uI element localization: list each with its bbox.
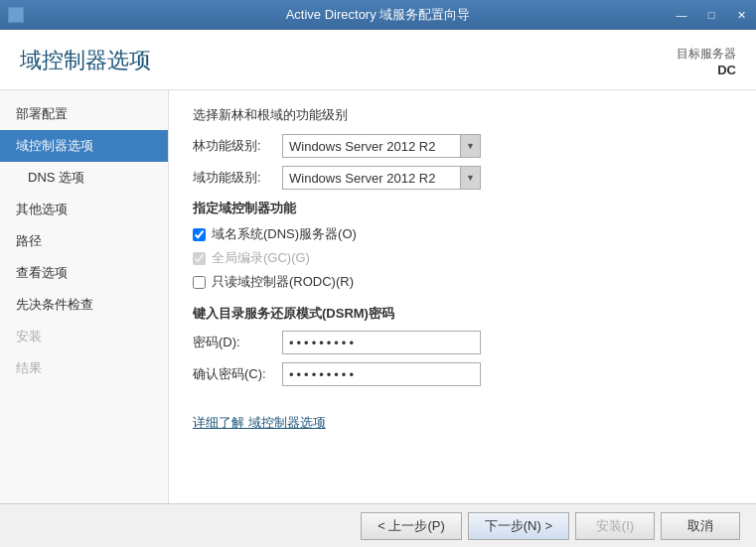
target-server-label: 目标服务器 <box>677 46 736 63</box>
dns-checkbox-row: 域名系统(DNS)服务器(O) <box>193 225 732 243</box>
password-input[interactable] <box>282 331 481 354</box>
domain-level-label: 域功能级别: <box>193 169 282 187</box>
gc-checkbox <box>193 252 206 265</box>
target-server-name: DC <box>677 63 736 77</box>
sidebar-item-results: 结果 <box>0 352 168 384</box>
gc-checkbox-label: 全局编录(GC)(G) <box>212 249 310 267</box>
confirm-password-label: 确认密码(C): <box>193 365 282 383</box>
rodc-checkbox-label[interactable]: 只读域控制器(RODC)(R) <box>212 273 354 291</box>
close-button[interactable]: ✕ <box>726 0 756 30</box>
dc-capabilities-label: 指定域控制器功能 <box>193 200 732 217</box>
window-controls: — □ ✕ <box>667 0 756 30</box>
sidebar-item-dns-options[interactable]: DNS 选项 <box>0 162 168 194</box>
forest-level-dropdown[interactable]: Windows Server 2012 R2 ▼ <box>282 134 481 158</box>
install-button: 安装(I) <box>575 512 655 540</box>
domain-level-dropdown[interactable]: Windows Server 2012 R2 ▼ <box>282 166 481 190</box>
domain-level-arrow-icon[interactable]: ▼ <box>460 167 480 189</box>
dns-checkbox[interactable] <box>193 228 206 241</box>
forest-level-arrow-icon[interactable]: ▼ <box>460 135 480 157</box>
forest-level-row: 林功能级别: Windows Server 2012 R2 ▼ <box>193 134 732 158</box>
sidebar-item-review[interactable]: 查看选项 <box>0 257 168 289</box>
minimize-button[interactable]: — <box>667 0 696 30</box>
window-header: 域控制器选项 目标服务器 DC <box>0 30 756 90</box>
confirm-password-input[interactable] <box>282 362 481 386</box>
sidebar-item-other-options[interactable]: 其他选项 <box>0 194 168 225</box>
titlebar-title: Active Directory 域服务配置向导 <box>286 6 471 24</box>
dsrm-section-label: 键入目录服务还原模式(DSRM)密码 <box>193 305 732 323</box>
sidebar: 部署配置 域控制器选项 DNS 选项 其他选项 路径 查看选项 先决条件检查 安… <box>0 90 169 503</box>
sidebar-item-deployment[interactable]: 部署配置 <box>0 98 168 130</box>
dns-checkbox-label[interactable]: 域名系统(DNS)服务器(O) <box>212 225 357 243</box>
forest-level-value: Windows Server 2012 R2 <box>283 137 460 156</box>
password-label: 密码(D): <box>193 334 282 351</box>
functional-level-section-title: 选择新林和根域的功能级别 <box>193 106 732 124</box>
gc-checkbox-row: 全局编录(GC)(G) <box>193 249 732 267</box>
app-icon <box>8 7 24 23</box>
sidebar-item-prereq[interactable]: 先决条件检查 <box>0 289 168 321</box>
cancel-button[interactable]: 取消 <box>661 512 740 540</box>
titlebar: Active Directory 域服务配置向导 — □ ✕ <box>0 0 756 30</box>
main-content: 选择新林和根域的功能级别 林功能级别: Windows Server 2012 … <box>169 90 756 503</box>
page-title: 域控制器选项 <box>20 46 151 75</box>
confirm-password-row: 确认密码(C): <box>193 362 732 386</box>
sidebar-item-install: 安装 <box>0 321 168 352</box>
rodc-checkbox-row: 只读域控制器(RODC)(R) <box>193 273 732 291</box>
content-area: 部署配置 域控制器选项 DNS 选项 其他选项 路径 查看选项 先决条件检查 安… <box>0 90 756 503</box>
next-button[interactable]: 下一步(N) > <box>468 512 569 540</box>
forest-level-label: 林功能级别: <box>193 137 282 155</box>
domain-level-row: 域功能级别: Windows Server 2012 R2 ▼ <box>193 166 732 190</box>
sidebar-item-dc-options[interactable]: 域控制器选项 <box>0 130 168 162</box>
password-row: 密码(D): <box>193 331 732 354</box>
back-button[interactable]: < 上一步(P) <box>361 512 462 540</box>
target-server-info: 目标服务器 DC <box>677 46 736 77</box>
rodc-checkbox[interactable] <box>193 276 206 289</box>
button-bar: < 上一步(P) 下一步(N) > 安装(I) 取消 <box>0 503 756 547</box>
sidebar-item-paths[interactable]: 路径 <box>0 225 168 257</box>
restore-button[interactable]: □ <box>696 0 726 30</box>
main-window: 域控制器选项 目标服务器 DC 部署配置 域控制器选项 DNS 选项 其他选项 … <box>0 30 756 547</box>
learn-more-link[interactable]: 详细了解 域控制器选项 <box>193 414 326 432</box>
domain-level-value: Windows Server 2012 R2 <box>283 169 460 188</box>
